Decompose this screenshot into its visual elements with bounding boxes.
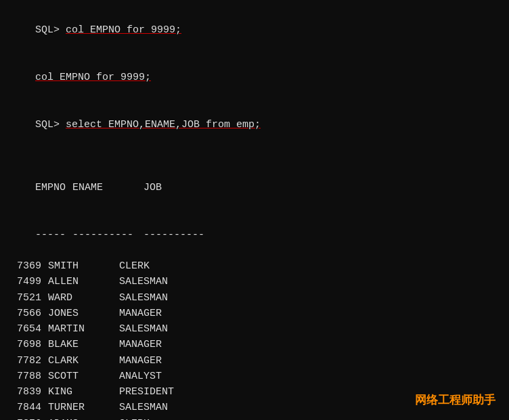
echo-cmd1: col EMPNO for 9999; [35,72,151,83]
col-header-job-1: JOB [143,180,225,195]
command-line-2: SQL> select EMPNO,ENAME,JOB from emp; [11,101,498,149]
prompt-2: SQL> [35,119,66,131]
cell-job: PRESIDENT [119,384,200,400]
cell-job: SALESMAN [119,290,200,306]
cell-empno: 7369 [11,258,48,274]
terminal: SQL> col EMPNO for 9999; col EMPNO for 9… [0,0,509,420]
cell-job: CLERK [119,416,200,421]
table-row: 7876ADAMSCLERK [11,416,498,421]
cell-ename: WARD [48,290,119,306]
cell-job: ANALYST [119,369,200,384]
echo-line-1: col EMPNO for 9999; [11,54,498,101]
cell-job: MANAGER [119,337,200,352]
cell-empno: 7499 [11,274,48,289]
cell-empno: 7521 [11,290,48,306]
cell-empno: 7788 [11,369,48,384]
cell-empno: 7782 [11,353,48,369]
cell-ename: BLAKE [48,337,119,352]
cell-job: MANAGER [119,306,200,321]
table-row: 7788SCOTTANALYST [11,369,498,384]
sep-job-1: ---------- [143,227,225,243]
blank-1 [11,148,498,164]
cell-empno: 7698 [11,337,48,352]
cell-job: SALESMAN [119,400,200,415]
cmd2-text: select EMPNO,ENAME,JOB from emp; [66,119,261,131]
cell-empno: 7566 [11,306,48,321]
watermark: 网络工程师助手 [415,392,495,408]
table-row: 7521WARDSALESMAN [11,290,498,306]
cell-ename: CLARK [48,353,119,369]
cell-ename: ADAMS [48,416,119,421]
table-row: 7566JONESMANAGER [11,306,498,321]
table-row: 7499ALLENSALESMAN [11,274,498,289]
cmd1-text: col EMPNO for 9999; [66,24,181,36]
cell-job: SALESMAN [119,321,200,337]
cell-ename: KING [48,384,119,400]
cell-empno: 7876 [11,416,48,421]
table-row: 7369SMITHCLERK [11,258,498,274]
table-separator-1: ------------------------- [11,211,498,258]
table-row: 7654MARTINSALESMAN [11,321,498,337]
cell-empno: 7839 [11,384,48,400]
col-header-ename-1: ENAME [72,180,143,195]
col-header-empno-1: EMPNO [35,180,72,195]
table-row: 7782CLARKMANAGER [11,353,498,369]
cell-job: MANAGER [119,353,200,369]
cell-ename: TURNER [48,400,119,415]
sep-empno-1: ----- [35,227,72,243]
sep-ename-1: ---------- [72,227,143,243]
table-header-1: EMPNOENAMEJOB [11,164,498,212]
cell-ename: MARTIN [48,321,119,337]
cell-job: CLERK [119,258,200,274]
cell-job: SALESMAN [119,274,200,289]
cell-empno: 7844 [11,400,48,415]
cell-ename: ALLEN [48,274,119,289]
prompt-1: SQL> [35,24,66,36]
cell-ename: SMITH [48,258,119,274]
cell-empno: 7654 [11,321,48,337]
cell-ename: SCOTT [48,369,119,384]
cell-ename: JONES [48,306,119,321]
command-line-1: SQL> col EMPNO for 9999; [11,7,498,54]
table-row: 7698BLAKEMANAGER [11,337,498,352]
